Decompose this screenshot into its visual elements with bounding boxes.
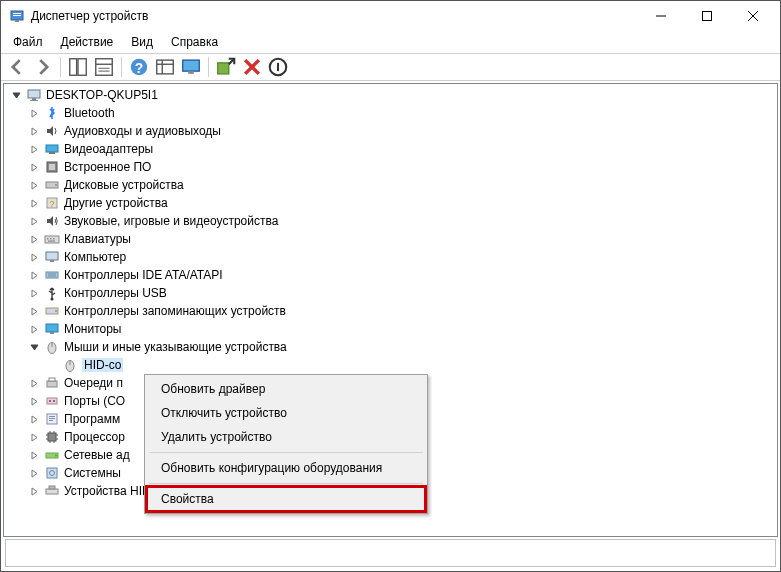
tree-category[interactable]: Контроллеры запоминающих устройств [4,302,777,320]
menu-action[interactable]: Действие [53,32,122,52]
back-button[interactable] [5,55,29,79]
svg-rect-50 [50,332,54,334]
close-button[interactable] [730,1,776,31]
help-button[interactable]: ? [127,55,151,79]
menu-view[interactable]: Вид [123,32,161,52]
tree-category[interactable]: Мониторы [4,320,777,338]
tree-item-label: Bluetooth [64,106,115,120]
content-area: DESKTOP-QKUP5I1BluetoothАудиовходы и ауд… [1,81,780,571]
expand-toggle-icon[interactable] [26,375,42,391]
window-controls [638,1,776,31]
svg-rect-26 [32,98,36,100]
sound-icon [44,213,60,229]
tree-category[interactable]: Встроенное ПО [4,158,777,176]
properties-button[interactable] [92,55,116,79]
forward-button[interactable] [31,55,55,79]
tree-root[interactable]: DESKTOP-QKUP5I1 [4,86,777,104]
tree-item-label: Контроллеры запоминающих устройств [64,304,286,318]
tree-item-label: Системны [64,466,121,480]
expand-toggle-icon[interactable] [26,465,42,481]
disable-button[interactable] [266,55,290,79]
show-hide-tree-button[interactable] [66,55,90,79]
expand-toggle-icon[interactable] [26,159,42,175]
svg-rect-16 [157,60,174,74]
expand-toggle-icon[interactable] [26,303,42,319]
toolbar-separator [121,57,122,77]
tree-category[interactable]: Контроллеры USB [4,284,777,302]
expand-toggle-icon[interactable] [26,447,42,463]
ctx-update-driver[interactable]: Обновить драйвер [147,377,425,401]
svg-point-46 [51,298,54,301]
tree-device[interactable]: HID-co [4,356,777,374]
scan-button[interactable] [214,55,238,79]
expand-toggle-icon[interactable] [26,213,42,229]
tree-item-label: Контроллеры IDE ATA/ATAPI [64,268,223,282]
expand-toggle-icon[interactable] [26,231,42,247]
tree-category[interactable]: Звуковые, игровые и видеоустройства [4,212,777,230]
tree-item-label: Звуковые, игровые и видеоустройства [64,214,278,228]
list-button[interactable] [153,55,177,79]
tree-category[interactable]: Bluetooth [4,104,777,122]
expand-toggle-icon[interactable] [26,411,42,427]
svg-rect-63 [49,420,53,421]
svg-rect-2 [13,15,21,16]
svg-rect-31 [49,164,55,170]
svg-rect-38 [50,238,52,240]
window-title: Диспетчер устройств [31,9,638,23]
ctx-properties[interactable]: Свойства [147,487,425,511]
tree-category[interactable]: Дисковые устройства [4,176,777,194]
svg-rect-21 [218,63,229,74]
keyboard-icon [44,231,60,247]
tree-category[interactable]: Компьютер [4,248,777,266]
maximize-button[interactable] [684,1,730,31]
tree-category[interactable]: Видеоадаптеры [4,140,777,158]
expand-toggle-icon[interactable] [44,357,60,373]
tree-category[interactable]: Мыши и иные указывающие устройства [4,338,777,356]
expand-toggle-icon[interactable] [26,285,42,301]
expand-toggle-icon[interactable] [26,321,42,337]
expand-toggle-icon[interactable] [8,87,24,103]
expand-toggle-icon[interactable] [26,105,42,121]
svg-rect-39 [53,238,55,240]
svg-rect-10 [96,59,113,76]
menu-help[interactable]: Справка [163,32,226,52]
toolbar-separator [60,57,61,77]
ctx-disable-device[interactable]: Отключить устройство [147,401,425,425]
tree-item-label: Клавиатуры [64,232,131,246]
tree-item-label: Процессор [64,430,125,444]
tree-category[interactable]: Аудиовходы и аудиовыходы [4,122,777,140]
svg-point-48 [55,310,57,312]
expand-toggle-icon[interactable] [26,249,42,265]
monitor-button[interactable] [179,55,203,79]
menu-file[interactable]: Файл [5,32,51,52]
ide-icon [44,267,60,283]
svg-rect-56 [49,378,55,381]
other-icon: ? [44,195,60,211]
mouse-icon [44,339,60,355]
svg-rect-77 [46,489,58,494]
expand-toggle-icon[interactable] [26,339,42,355]
ctx-scan-hardware[interactable]: Обновить конфигурацию оборудования [147,456,425,480]
title-bar: Диспетчер устройств [1,1,780,31]
minimize-button[interactable] [638,1,684,31]
port-icon [44,393,60,409]
expand-toggle-icon[interactable] [26,141,42,157]
tree-item-label: HID-co [82,358,123,372]
tree-item-label: Очереди п [64,376,123,390]
tree-category[interactable]: Клавиатуры [4,230,777,248]
expand-toggle-icon[interactable] [26,195,42,211]
svg-rect-1 [13,13,21,14]
ctx-separator [149,483,423,484]
tree-category[interactable]: ?Другие устройства [4,194,777,212]
expand-toggle-icon[interactable] [26,177,42,193]
svg-rect-20 [188,71,194,74]
expand-toggle-icon[interactable] [26,123,42,139]
expand-toggle-icon[interactable] [26,267,42,283]
uninstall-button[interactable] [240,55,264,79]
device-tree[interactable]: DESKTOP-QKUP5I1BluetoothАудиовходы и ауд… [3,83,778,537]
expand-toggle-icon[interactable] [26,429,42,445]
tree-category[interactable]: Контроллеры IDE ATA/ATAPI [4,266,777,284]
ctx-uninstall-device[interactable]: Удалить устройство [147,425,425,449]
expand-toggle-icon[interactable] [26,393,42,409]
expand-toggle-icon[interactable] [26,483,42,499]
